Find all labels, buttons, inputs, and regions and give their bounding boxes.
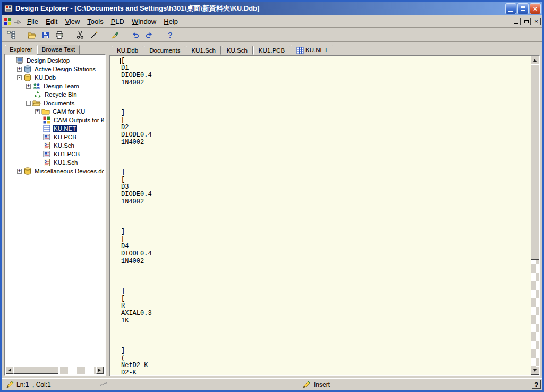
tree-item-ku1-sch[interactable]: KU1.Sch: [6, 158, 104, 167]
database-icon: [23, 167, 32, 175]
tree-item-label: Design Desktop: [26, 57, 71, 64]
tree-item-documents[interactable]: -Documents: [6, 99, 104, 107]
document-tabs: KU.DdbDocumentsKU1.SchKU.SchKU1.PCBKU.NE…: [109, 44, 540, 55]
tree-item-ku-sch[interactable]: KU.Sch: [6, 141, 104, 150]
minimize-button[interactable]: [505, 3, 516, 14]
vertical-scrollbar-track[interactable]: [531, 260, 539, 367]
expand-icon[interactable]: +: [17, 169, 22, 174]
tree-item-label: KU.Ddb: [33, 74, 57, 81]
panel-tabs: ExplorerBrowse Text: [4, 44, 106, 54]
doc-tab-ku1-sch[interactable]: KU1.Sch: [186, 46, 220, 55]
doc-tab-ku1-pcb[interactable]: KU1.PCB: [253, 46, 290, 55]
tree-item-ku-net[interactable]: KU.NET: [6, 124, 104, 133]
cut-button[interactable]: [73, 29, 87, 41]
panel-tab-browse-text[interactable]: Browse Text: [37, 45, 80, 54]
help-button[interactable]: ?: [532, 380, 541, 389]
open-icon: [28, 31, 36, 39]
sch-icon: [42, 141, 51, 150]
mdi-controls: ×: [512, 18, 541, 25]
expand-icon[interactable]: +: [17, 67, 22, 72]
editor-vertical-scrollbar[interactable]: [531, 56, 539, 375]
tree-item-label: Documents: [42, 99, 75, 107]
doc-tab-ku-ddb[interactable]: KU.Ddb: [112, 46, 143, 55]
tree-item-label: CAM for KU: [52, 108, 86, 115]
folder-icon: [41, 107, 50, 116]
tree-item-cam-for-ku[interactable]: +CAM for KU: [6, 107, 104, 116]
horizontal-scrollbar-thumb[interactable]: [13, 367, 58, 374]
menu-file[interactable]: File: [23, 16, 42, 27]
doc-tab-label: KU.NET: [305, 47, 328, 53]
editor-content[interactable]: [ D1 DIODE0.4 1N4002 ] [ D2 DIODE0.4 1N4…: [110, 56, 539, 376]
undo-button[interactable]: [129, 29, 142, 41]
expand-icon[interactable]: +: [26, 84, 31, 89]
close-button[interactable]: ×: [530, 3, 541, 14]
scroll-down-button[interactable]: [531, 367, 539, 375]
app-window: Design Explorer - [C:\Documents and Sett…: [0, 0, 544, 392]
tree-item-label: Recycle Bin: [44, 91, 78, 98]
tree-item-active-design-stations[interactable]: +Active Design Stations: [6, 65, 104, 73]
open-document-button[interactable]: [25, 29, 38, 41]
panel-tab-explorer[interactable]: Explorer: [5, 45, 37, 55]
mdi-minimize-button[interactable]: [512, 18, 521, 25]
tree-item-ku-pcb[interactable]: KU.PCB: [6, 133, 104, 141]
tree-item-miscellaneous-devices-ddb[interactable]: +Miscellaneous Devices.ddb: [6, 167, 104, 175]
cam-icon: [42, 116, 51, 124]
tree-horizontal-scrollbar[interactable]: [6, 367, 104, 374]
tree-item-label: KU.PCB: [53, 133, 78, 141]
sch-icon: [42, 158, 51, 167]
menu-pld[interactable]: PLD: [107, 16, 128, 27]
tree-item-design-desktop[interactable]: Design Desktop: [6, 56, 104, 65]
menu-window[interactable]: Window: [128, 16, 160, 27]
vertical-scrollbar-thumb[interactable]: [531, 64, 539, 260]
tree-item-ku-ddb[interactable]: -KU.Ddb: [6, 73, 104, 82]
toolbar: ?: [2, 28, 542, 42]
insert-mode-indicator: Insert: [302, 380, 330, 389]
menu-edit[interactable]: Edit: [42, 16, 61, 27]
redo-button[interactable]: [142, 29, 156, 41]
print-icon: [55, 31, 64, 39]
collapse-icon[interactable]: -: [26, 101, 31, 106]
text-editor[interactable]: [ D1 DIODE0.4 1N4002 ] [ D2 DIODE0.4 1N4…: [109, 55, 540, 376]
print-button[interactable]: [53, 29, 66, 41]
recycle-icon: [33, 90, 42, 99]
horizontal-scrollbar-track[interactable]: [58, 367, 96, 374]
tree-item-label: Miscellaneous Devices.ddb: [33, 167, 104, 175]
help-button[interactable]: ?: [163, 29, 176, 41]
explorer-panels-button[interactable]: [4, 29, 18, 41]
tree-item-ku1-pcb[interactable]: KU1.PCB: [6, 150, 104, 158]
tree-item-cam-outputs-for-ku[interactable]: CAM Outputs for KU: [6, 116, 104, 124]
tree-item-label: KU1.PCB: [53, 150, 81, 158]
menu-help[interactable]: Help: [160, 16, 182, 27]
tree-item-label: Active Design Stations: [33, 65, 97, 73]
net-icon: [42, 124, 51, 133]
stations-icon: [23, 65, 32, 73]
collapse-icon[interactable]: -: [17, 75, 22, 80]
doc-tab-ku-sch[interactable]: KU.Sch: [222, 46, 253, 55]
menu-view[interactable]: View: [61, 16, 83, 27]
scroll-left-button[interactable]: [6, 367, 13, 374]
draw-line-button[interactable]: [87, 29, 100, 41]
document-panel: KU.DdbDocumentsKU1.SchKU.SchKU1.PCBKU.NE…: [109, 44, 540, 376]
statusbar: Ln:1 , Col:1 Insert ?: [2, 378, 542, 390]
help-icon: ?: [166, 31, 174, 39]
tree-item-recycle-bin[interactable]: Recycle Bin: [6, 90, 104, 99]
mdi-close-button[interactable]: ×: [532, 18, 541, 25]
mdi-restore-button[interactable]: [522, 18, 531, 25]
save-button[interactable]: [39, 29, 52, 41]
doc-tab-documents[interactable]: Documents: [144, 46, 185, 55]
doc-tab-ku-net[interactable]: KU.NET: [291, 45, 333, 55]
titlebar: Design Explorer - [C:\Documents and Sett…: [2, 2, 542, 15]
doc-tab-label: KU.Ddb: [117, 47, 138, 54]
scroll-up-button[interactable]: [531, 56, 539, 64]
pen-icon: [302, 380, 311, 389]
app-icon: [4, 4, 13, 13]
expand-icon[interactable]: +: [35, 109, 40, 114]
restore-button[interactable]: [517, 3, 529, 14]
tree-item-design-team[interactable]: +Design Team: [6, 82, 104, 90]
arrow-icon: [13, 17, 22, 25]
brush-button[interactable]: [108, 29, 121, 41]
pen-icon: [6, 380, 14, 389]
scroll-right-button[interactable]: [96, 367, 104, 374]
panels-icon: [7, 31, 15, 39]
menu-tools[interactable]: Tools: [83, 16, 107, 27]
